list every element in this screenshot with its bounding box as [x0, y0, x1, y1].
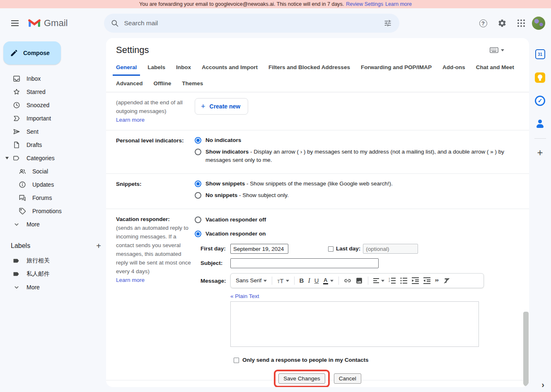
remove-formatting-button[interactable] — [441, 277, 452, 284]
compose-button[interactable]: Compose — [3, 41, 61, 65]
font-size-button[interactable]: TT — [276, 278, 290, 284]
no-indicators-radio[interactable] — [195, 137, 201, 144]
last-day-input[interactable] — [363, 244, 418, 254]
sidebar-item-important[interactable]: Important — [0, 112, 106, 125]
message-label: Message: — [201, 273, 230, 285]
clock-icon — [12, 101, 21, 109]
subject-input[interactable] — [230, 258, 379, 268]
sidebar-item-sent[interactable]: Sent — [0, 125, 106, 138]
tab-advanced[interactable]: Advanced — [113, 76, 146, 92]
collapse-side-panel-button[interactable]: › — [541, 380, 544, 390]
sidebar-item-inbox[interactable]: Inbox — [0, 72, 106, 85]
tab-offline[interactable]: Offline — [150, 76, 175, 92]
settings-row-signature: (appended at the end of all outgoing mes… — [106, 92, 529, 130]
italic-button[interactable]: I — [306, 277, 312, 285]
signature-learn-more-link[interactable]: Learn more — [116, 117, 145, 123]
text-color-button[interactable]: A — [321, 277, 335, 284]
sidebar-item-promotions[interactable]: Promotions — [0, 204, 106, 218]
align-left-icon — [373, 278, 379, 283]
numbered-list-button[interactable]: 12 — [387, 277, 398, 284]
rich-text-toolbar: Sans Serif TT B I U — [230, 273, 484, 288]
tasks-app-button[interactable]: ✓ — [535, 95, 546, 106]
add-label-button[interactable]: + — [96, 242, 101, 250]
input-tools-picker[interactable] — [490, 47, 504, 53]
keep-icon — [535, 72, 545, 83]
indent-more-button[interactable] — [422, 277, 433, 284]
cancel-button[interactable]: Cancel — [334, 373, 361, 384]
sidebar-item-more[interactable]: More — [0, 218, 106, 231]
tag-icon — [18, 207, 27, 215]
bulleted-list-button[interactable] — [399, 277, 409, 284]
option-vacation-off: Vacation responder off — [195, 216, 509, 224]
sidebar-label-private[interactable]: 私人邮件 — [0, 267, 106, 281]
tab-inbox[interactable]: Inbox — [173, 60, 194, 76]
vacation-off-radio[interactable] — [195, 216, 201, 223]
labels-heading: Labels — [11, 242, 96, 250]
first-day-label: First day: — [201, 245, 230, 253]
get-add-ons-button[interactable]: + — [537, 148, 543, 158]
insert-link-button[interactable] — [342, 277, 353, 284]
sidebar-item-categories[interactable]: Categories — [0, 152, 106, 165]
vacation-label: Vacation responder: — [116, 216, 170, 222]
support-button[interactable]: ? — [475, 15, 491, 31]
tab-themes[interactable]: Themes — [179, 76, 206, 92]
account-avatar[interactable] — [532, 17, 545, 30]
review-settings-link[interactable]: Review Settings — [346, 1, 383, 7]
quote-button[interactable]: ” — [433, 277, 441, 284]
compose-label: Compose — [23, 50, 50, 56]
search-bar[interactable] — [104, 14, 399, 33]
gmail-header: Gmail ? — [0, 8, 551, 38]
keep-app-button[interactable] — [535, 72, 546, 83]
search-input[interactable] — [124, 19, 379, 27]
main-menu-icon[interactable] — [5, 13, 25, 33]
sidebar-label-travel[interactable]: 旅行相关 — [0, 254, 106, 267]
show-snippets-radio[interactable] — [195, 180, 201, 187]
tab-chat-meet[interactable]: Chat and Meet — [473, 60, 517, 76]
sidebar-item-forums[interactable]: Forums — [0, 191, 106, 204]
plain-text-toggle-link[interactable]: « Plain Text — [230, 293, 259, 299]
tab-filters-blocked[interactable]: Filters and Blocked Addresses — [265, 60, 353, 76]
sidebar-item-social[interactable]: Social — [0, 165, 106, 178]
settings-gear-button[interactable] — [494, 15, 510, 31]
font-family-select[interactable]: Sans Serif — [234, 277, 268, 285]
underline-button[interactable]: U — [313, 277, 321, 285]
settings-row-snippets: Snippets: Show snippets - Show snippets … — [106, 174, 529, 209]
contacts-app-button[interactable] — [535, 118, 546, 129]
tab-general[interactable]: General — [113, 60, 140, 76]
sidebar-labels-more[interactable]: More — [0, 281, 106, 294]
tab-labels[interactable]: Labels — [144, 60, 169, 76]
calendar-app-button[interactable]: 31 — [535, 49, 546, 60]
last-day-checkbox[interactable] — [328, 246, 334, 252]
vertical-scrollbar[interactable] — [523, 312, 529, 386]
search-options-icon[interactable] — [379, 15, 396, 31]
sidebar-item-starred[interactable]: Starred — [0, 85, 106, 99]
page-title: Settings — [116, 45, 490, 55]
first-day-input[interactable] — [230, 244, 288, 254]
sidebar-item-snoozed[interactable]: Snoozed — [0, 99, 106, 112]
vacation-learn-more-link[interactable]: Learn more — [116, 277, 145, 283]
no-snippets-radio[interactable] — [195, 192, 201, 199]
dropdown-caret-icon — [330, 280, 334, 282]
settings-actions: Save Changes Cancel — [106, 380, 529, 387]
google-apps-button[interactable] — [513, 15, 529, 31]
sidebar-item-drafts[interactable]: Drafts — [0, 138, 106, 152]
chat-icon — [18, 194, 27, 202]
save-changes-button[interactable]: Save Changes — [278, 373, 325, 384]
learn-more-link[interactable]: Learn more — [385, 1, 412, 7]
tab-forwarding-pop-imap[interactable]: Forwarding and POP/IMAP — [358, 60, 435, 76]
search-icon[interactable] — [111, 19, 119, 27]
bold-button[interactable]: B — [298, 277, 306, 285]
vacation-on-radio[interactable] — [195, 231, 201, 237]
sidebar-item-updates[interactable]: Updates — [0, 178, 106, 191]
align-button[interactable] — [372, 278, 386, 283]
forwarding-notice-banner: You are forwarding your email to googlev… — [0, 0, 551, 8]
collapse-arrow-icon[interactable] — [5, 157, 9, 159]
tab-accounts-import[interactable]: Accounts and Import — [198, 60, 261, 76]
tab-add-ons[interactable]: Add-ons — [439, 60, 469, 76]
vacation-message-textarea[interactable] — [230, 301, 479, 347]
insert-image-button[interactable] — [354, 277, 365, 284]
show-indicators-radio[interactable] — [195, 149, 201, 155]
create-new-signature-button[interactable]: + Create new — [195, 98, 248, 115]
contacts-only-checkbox[interactable] — [234, 358, 239, 363]
indent-less-button[interactable] — [410, 277, 421, 284]
